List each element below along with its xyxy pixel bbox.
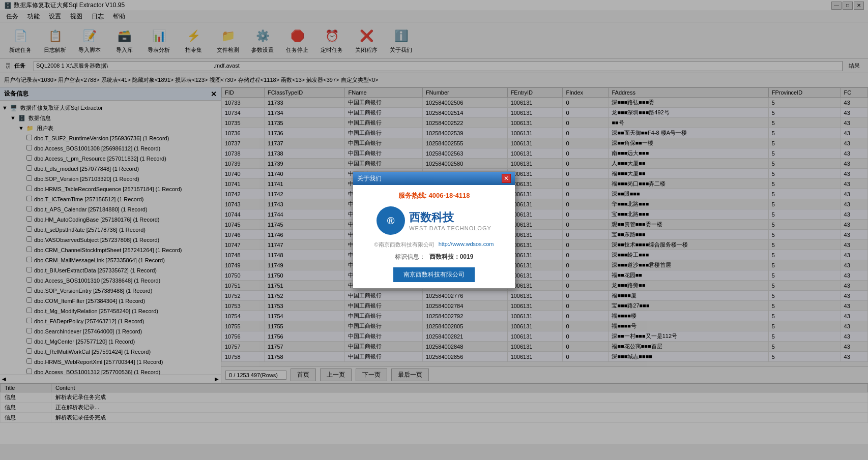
modal-logo-area: ® 西数科技 WEST DATA TECHNOLOGY bbox=[377, 206, 491, 235]
modal-hotline: 服务热线: 4006-18-4118 bbox=[398, 191, 470, 200]
logo-chinese: 西数科技 bbox=[409, 210, 491, 225]
hotline-label: 服务热线: bbox=[398, 192, 427, 199]
modal-title: 关于我们 bbox=[357, 174, 382, 183]
logo-text-area: 西数科技 WEST DATA TECHNOLOGY bbox=[409, 210, 491, 231]
company-link-button[interactable]: 南京西数科技有限公司 bbox=[393, 267, 475, 282]
modal-copyright-row: ©南京西数科技有限公司 http://www.wdsos.com bbox=[374, 241, 494, 249]
modal-copyright: ©南京西数科技有限公司 bbox=[374, 241, 435, 249]
modal-id-row: 标识信息： 西数科技：0019 bbox=[395, 253, 474, 261]
modal-id-label: 标识信息： bbox=[395, 253, 425, 261]
modal-overlay[interactable]: 关于我们 ✕ 服务热线: 4006-18-4118 ® 西数科技 WEST DA… bbox=[0, 0, 868, 460]
modal-website: http://www.wdsos.com bbox=[439, 241, 494, 249]
logo-circle: ® bbox=[377, 206, 405, 235]
hotline-value: 4006-18-4118 bbox=[429, 192, 470, 199]
about-modal: 关于我们 ✕ 服务热线: 4006-18-4118 ® 西数科技 WEST DA… bbox=[353, 171, 515, 289]
logo-english: WEST DATA TECHNOLOGY bbox=[409, 225, 491, 231]
logo-symbol: ® bbox=[387, 215, 395, 227]
modal-body: 服务热线: 4006-18-4118 ® 西数科技 WEST DATA TECH… bbox=[353, 185, 515, 288]
modal-close-button[interactable]: ✕ bbox=[502, 174, 511, 183]
modal-title-bar: 关于我们 ✕ bbox=[353, 172, 515, 185]
modal-id-value: 西数科技：0019 bbox=[429, 253, 474, 261]
